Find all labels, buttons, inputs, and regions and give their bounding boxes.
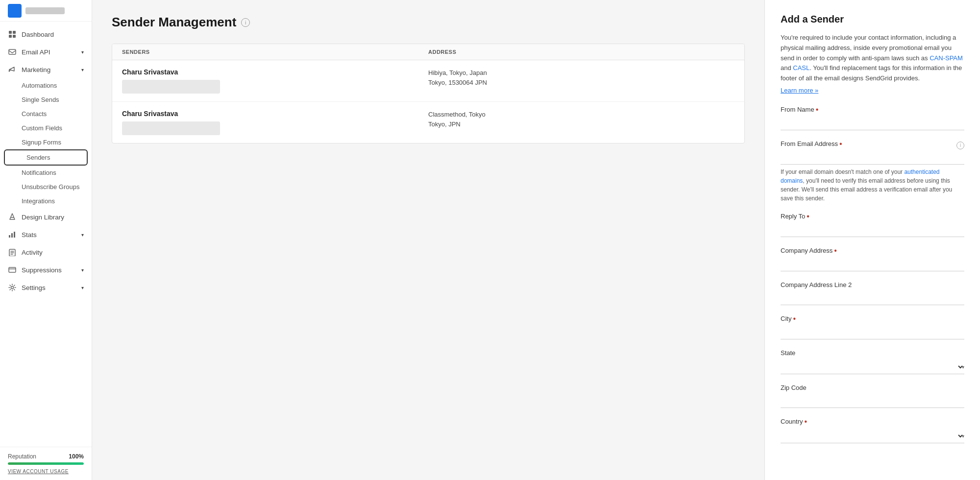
country-group: Country • ▾: [781, 418, 964, 443]
activity-icon: [8, 248, 17, 257]
table-row: Charu Srivastava Hibiya, Tokyo, Japan To…: [112, 60, 744, 102]
sidebar-item-label: Marketing: [22, 66, 50, 73]
state-select-wrapper: ▾: [781, 360, 964, 374]
state-group: State ▾: [781, 349, 964, 374]
col-senders: SENDERS: [122, 49, 428, 55]
sidebar-item-activity[interactable]: Activity: [0, 243, 92, 261]
sender-info: Charu Srivastava: [122, 110, 428, 135]
sidebar-logo: [0, 0, 92, 22]
from-email-label-row: From Email Address • i: [781, 140, 964, 151]
sidebar-item-custom-fields[interactable]: Custom Fields: [0, 121, 92, 135]
country-select[interactable]: [781, 429, 964, 443]
from-email-input[interactable]: [781, 151, 964, 165]
from-name-group: From Name •: [781, 106, 964, 130]
sidebar-item-design-library[interactable]: Design Library: [0, 208, 92, 226]
sidebar-item-email-api[interactable]: Email API ▾: [0, 43, 92, 61]
required-indicator: •: [834, 247, 837, 255]
sidebar-item-dashboard[interactable]: Dashboard: [0, 25, 92, 43]
state-select[interactable]: [781, 360, 964, 374]
svg-point-11: [11, 287, 14, 289]
settings-icon: [8, 283, 17, 292]
dashboard-icon: [8, 30, 17, 39]
zip-code-label: Zip Code: [781, 384, 964, 391]
learn-more-link[interactable]: Learn more »: [781, 87, 964, 94]
sidebar-item-signup-forms[interactable]: Signup Forms: [0, 135, 92, 149]
sidebar-item-settings[interactable]: Settings ▾: [0, 279, 92, 296]
page-info-icon[interactable]: i: [241, 18, 250, 27]
required-indicator: •: [807, 213, 809, 220]
view-account-link[interactable]: VIEW ACCOUNT USAGE: [8, 469, 84, 474]
country-select-wrapper: ▾: [781, 429, 964, 443]
chevron-down-icon: ▾: [81, 285, 84, 290]
sidebar-item-label: Email API: [22, 48, 50, 56]
required-indicator: •: [793, 315, 796, 323]
svg-rect-0: [9, 31, 12, 34]
chevron-down-icon: ▾: [81, 232, 84, 238]
sidebar-item-automations[interactable]: Automations: [0, 78, 92, 93]
sidebar-item-single-sends[interactable]: Single Sends: [0, 93, 92, 107]
sidebar-item-suppressions[interactable]: Suppressions ▾: [0, 261, 92, 279]
sidebar-item-contacts[interactable]: Contacts: [0, 107, 92, 121]
reputation-bar-fill: [8, 462, 84, 465]
panel-title: Add a Sender: [781, 14, 964, 25]
svg-point-5: [9, 71, 10, 72]
sidebar-item-label: Activity: [22, 249, 43, 256]
sidebar-item-notifications[interactable]: Notifications: [0, 166, 92, 180]
svg-rect-1: [13, 31, 16, 34]
sendgrid-logo-icon: [8, 4, 22, 18]
right-panel: Add a Sender You're required to include …: [764, 0, 980, 480]
company-address-group: Company Address •: [781, 247, 964, 271]
sender-email-placeholder: [122, 121, 220, 135]
reputation-row: Reputation 100%: [8, 453, 84, 460]
casl-link[interactable]: CASL: [793, 64, 809, 72]
from-name-input[interactable]: [781, 117, 964, 130]
sidebar-item-label: Design Library: [22, 214, 64, 221]
table-row: Charu Srivastava Classmethod, Tokyo Toky…: [112, 102, 744, 143]
from-email-group: From Email Address • i If your email dom…: [781, 140, 964, 203]
svg-rect-8: [14, 232, 15, 238]
sender-name: Charu Srivastava: [122, 110, 428, 118]
sender-info: Charu Srivastava: [122, 68, 428, 94]
from-email-info-icon[interactable]: i: [956, 142, 964, 149]
chevron-down-icon: ▾: [81, 67, 84, 72]
state-label: State: [781, 349, 964, 357]
required-indicator: •: [816, 106, 819, 114]
country-label: Country •: [781, 418, 964, 426]
col-address: ADDRESS: [428, 49, 735, 55]
reputation-label: Reputation: [8, 453, 36, 460]
sidebar-item-unsubscribe-groups[interactable]: Unsubscribe Groups: [0, 180, 92, 194]
from-name-label: From Name •: [781, 106, 964, 114]
city-group: City •: [781, 315, 964, 339]
zip-code-group: Zip Code: [781, 384, 964, 408]
panel-description: You're required to include your contact …: [781, 33, 964, 84]
page-title: Sender Management: [112, 15, 236, 30]
can-spam-link[interactable]: CAN-SPAM: [930, 54, 963, 62]
sidebar-item-stats[interactable]: Stats ▾: [0, 226, 92, 243]
svg-rect-7: [11, 233, 13, 238]
svg-rect-6: [9, 235, 10, 238]
sidebar-item-marketing[interactable]: Marketing ▾: [0, 61, 92, 78]
reply-to-input[interactable]: [781, 223, 964, 237]
city-input[interactable]: [781, 326, 964, 339]
required-indicator: •: [839, 140, 842, 148]
svg-rect-10: [9, 267, 16, 272]
sidebar-item-integrations[interactable]: Integrations: [0, 194, 92, 208]
company-address-input[interactable]: [781, 258, 964, 271]
logo-text: [25, 7, 65, 14]
senders-table: SENDERS ADDRESS Charu Srivastava Hibiya,…: [112, 44, 745, 144]
company-address-label: Company Address •: [781, 247, 964, 255]
svg-rect-4: [9, 49, 16, 54]
required-indicator: •: [805, 418, 808, 426]
reputation-bar: [8, 462, 84, 465]
chevron-down-icon: ▾: [81, 49, 84, 55]
zip-code-input[interactable]: [781, 394, 964, 408]
reply-to-group: Reply To •: [781, 213, 964, 237]
email-api-icon: [8, 48, 17, 56]
sidebar-item-label: Settings: [22, 284, 46, 291]
company-address-2-label: Company Address Line 2: [781, 281, 964, 288]
sidebar-item-senders[interactable]: Senders: [4, 149, 88, 166]
reply-to-label: Reply To •: [781, 213, 964, 220]
company-address-2-input[interactable]: [781, 291, 964, 305]
table-header: SENDERS ADDRESS: [112, 44, 744, 60]
from-email-helper: If your email domain doesn't match one o…: [781, 168, 964, 203]
